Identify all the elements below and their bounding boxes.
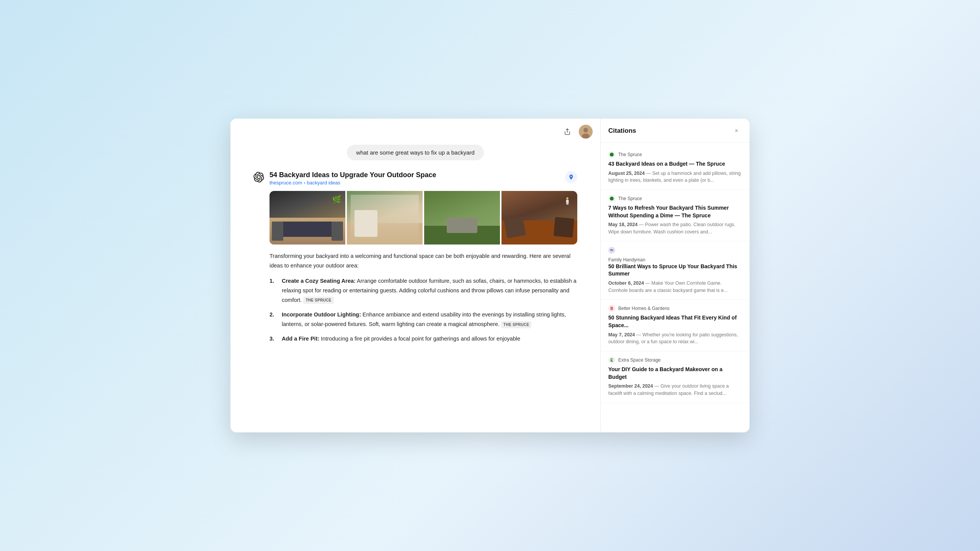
citation-tag-2: THE SPRUCE (501, 321, 531, 328)
favicon-letter-5: E (611, 358, 613, 362)
list-item-2: 2. Incorporate Outdoor Lighting: Enhance… (270, 310, 577, 329)
citation-title-2: 7 Ways to Refresh Your Backyard This Sum… (608, 204, 742, 219)
citation-item-1[interactable]: The Spruce 43 Backyard Ideas on a Budget… (601, 146, 750, 190)
citation-date-1: August 25, 2024 (608, 171, 645, 176)
list-content-2: Incorporate Outdoor Lighting: Enhance am… (282, 310, 577, 329)
citation-date-4: May 7, 2024 (608, 332, 635, 337)
citation-date-5: September 24, 2024 (608, 383, 653, 389)
citation-snippet-2: May 18, 2024 — Power wash the patio. Cle… (608, 221, 742, 236)
response-body: Transforming your backyard into a welcom… (270, 251, 577, 344)
list-num-1: 1. (270, 276, 279, 305)
source-name-4: Better Homes & Gardens (618, 306, 670, 311)
list-num-3: 3. (270, 334, 279, 344)
source-favicon-5: E (608, 357, 615, 364)
list-num-2: 2. (270, 310, 279, 329)
citation-title-5: Your DIY Guide to a Backyard Makeover on… (608, 366, 742, 381)
source-favicon-3: fh (608, 247, 615, 254)
citation-snippet-4: May 7, 2024 — Whether you're looking for… (608, 331, 742, 346)
source-site: thespruce.com (270, 180, 302, 186)
list-content-3: Add a Fire Pit: Introducing a fire pit p… (282, 334, 577, 344)
citation-snippet-5: September 24, 2024 — Give your outdoor l… (608, 383, 742, 397)
svg-point-2 (583, 128, 588, 132)
list-item-1: 1. Create a Cozy Seating Area: Arrange c… (270, 276, 577, 305)
list-item-3: 3. Add a Fire Pit: Introducing a fire pi… (270, 334, 577, 344)
main-window: what are some great ways to fix up a bac… (230, 119, 750, 432)
backyard-image-2 (347, 191, 423, 245)
source-favicon-2 (608, 195, 615, 202)
citation-date-2: May 18, 2024 (608, 222, 637, 227)
intro-text: Transforming your backyard into a welcom… (270, 251, 577, 270)
citation-snippet-3: October 6, 2024 — Make Your Own Cornhole… (608, 280, 742, 294)
backyard-image-4: 🕯️ (501, 191, 577, 245)
citation-tag-1: THE SPRUCE (303, 297, 333, 304)
citations-title: Citations (608, 127, 636, 135)
share-button[interactable] (560, 125, 574, 139)
response-header: 54 Backyard Ideas to Upgrade Your Outdoo… (253, 171, 577, 186)
citation-source-2: The Spruce (608, 195, 742, 202)
citation-item-5[interactable]: E Extra Space Storage Your DIY Guide to … (601, 351, 750, 403)
top-bar (230, 119, 600, 145)
pin-button[interactable] (565, 171, 577, 183)
source-breadcrumb: thespruce.com › backyard ideas (270, 180, 560, 186)
user-query-text: what are some great ways to fix up a bac… (356, 149, 474, 156)
backyard-image-1 (270, 191, 345, 245)
citation-item-2[interactable]: The Spruce 7 Ways to Refresh Your Backya… (601, 190, 750, 241)
source-favicon-4: B (608, 305, 615, 312)
ai-response: 54 Backyard Ideas to Upgrade Your Outdoo… (253, 171, 577, 357)
source-favicon-1 (608, 151, 615, 158)
citation-snippet-1: August 25, 2024 — Set up a hammock and a… (608, 170, 742, 184)
citation-date-3: October 6, 2024 (608, 280, 644, 286)
citations-panel: Citations × The Spruce 43 Backyard Ideas… (600, 119, 750, 432)
avatar[interactable] (579, 125, 593, 139)
close-citations-button[interactable]: × (731, 126, 742, 136)
source-name-5: Extra Space Storage (618, 357, 661, 363)
image-grid: 🕯️ (270, 191, 577, 245)
citation-item-4[interactable]: B Better Homes & Gardens 50 Stunning Bac… (601, 300, 750, 351)
favicon-letter-4: B (610, 306, 613, 311)
user-message-wrap: what are some great ways to fix up a bac… (253, 145, 577, 160)
user-bubble: what are some great ways to fix up a bac… (347, 145, 483, 160)
chat-area: what are some great ways to fix up a bac… (230, 145, 600, 432)
list-label-2: Incorporate Outdoor Lighting: (282, 311, 361, 318)
list-content-1: Create a Cozy Seating Area: Arrange comf… (282, 276, 577, 305)
svg-point-4 (610, 153, 614, 156)
backyard-image-3 (424, 191, 500, 245)
list-label-3: Add a Fire Pit: (282, 336, 319, 342)
response-title-area: 54 Backyard Ideas to Upgrade Your Outdoo… (270, 171, 560, 186)
citation-title-1: 43 Backyard Ideas on a Budget — The Spru… (608, 160, 742, 168)
svg-point-5 (610, 197, 614, 201)
citation-source-5: E Extra Space Storage (608, 357, 742, 364)
list-text-3: Introducing a fire pit provides a focal … (319, 336, 520, 342)
source-name-2: The Spruce (618, 196, 642, 201)
citation-source-1: The Spruce (608, 151, 742, 158)
citation-item-3[interactable]: fh Family Handyman 50 Brilliant Ways to … (601, 241, 750, 300)
citation-source-3: fh (608, 247, 742, 254)
citations-list: The Spruce 43 Backyard Ideas on a Budget… (601, 143, 750, 432)
left-panel: what are some great ways to fix up a bac… (230, 119, 600, 432)
chatgpt-icon (253, 172, 264, 183)
citations-header: Citations × (601, 119, 750, 143)
breadcrumb-separator: › (304, 180, 305, 186)
citation-title-4: 50 Stunning Backyard Ideas That Fit Ever… (608, 314, 742, 329)
list-label-1: Create a Cozy Seating Area: (282, 278, 356, 284)
source-name-3: Family Handyman (608, 257, 645, 262)
citation-title-3: 50 Brilliant Ways to Spruce Up Your Back… (608, 263, 742, 278)
citation-source-4: B Better Homes & Gardens (608, 305, 742, 312)
source-name-1: The Spruce (618, 152, 642, 157)
source-path: backyard ideas (307, 180, 340, 186)
response-title: 54 Backyard Ideas to Upgrade Your Outdoo… (270, 171, 560, 179)
